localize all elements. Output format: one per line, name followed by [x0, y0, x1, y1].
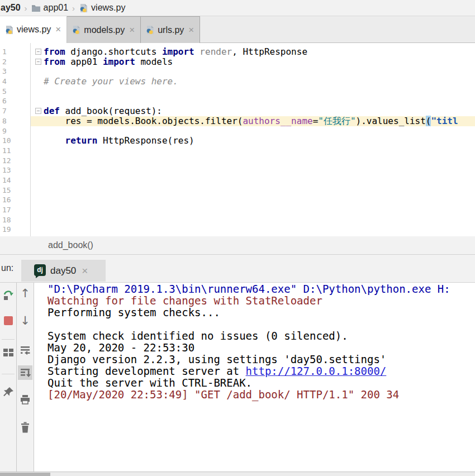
django-icon: dj	[34, 264, 46, 278]
console-line: Performing system checks...	[48, 307, 475, 318]
line-number: 14	[0, 175, 30, 185]
tab-models-py[interactable]: models.py ×	[67, 16, 141, 43]
code-line[interactable]	[31, 165, 475, 175]
code-line[interactable]	[31, 225, 475, 235]
console-line: [20/May/2020 22:53:49] "GET /add_book/ H…	[48, 389, 475, 401]
line-number: 10	[0, 136, 30, 146]
close-icon[interactable]: ×	[129, 25, 135, 36]
run-tab-label: day50	[50, 265, 76, 277]
tab-label: urls.py	[158, 25, 184, 35]
close-icon[interactable]: ×	[55, 24, 61, 35]
fold-marker-icon[interactable]: −	[35, 59, 41, 65]
line-number: 7	[0, 106, 30, 116]
code-line[interactable]: # Create your views here.	[31, 77, 475, 87]
code-line[interactable]	[31, 126, 475, 136]
gutter: 12345678910111213141516171819	[0, 43, 31, 236]
close-icon[interactable]: ×	[188, 25, 194, 36]
code-line[interactable]	[31, 215, 475, 225]
code-lines[interactable]: −from django.shortcuts import render, Ht…	[31, 43, 475, 236]
fold-marker-icon[interactable]: −	[35, 108, 41, 114]
chevron-right-icon: ›	[25, 3, 27, 13]
code-line[interactable]: −from django.shortcuts import render, Ht…	[31, 47, 475, 57]
python-file-icon	[72, 25, 81, 35]
code-line[interactable]: −def add_book(request):	[31, 106, 475, 116]
run-label: un:	[1, 263, 13, 273]
server-url-link[interactable]: http://127.0.0.1:8000/	[246, 365, 387, 377]
scrollbar-thumb[interactable]	[0, 473, 50, 476]
console-output[interactable]: "D:\PyCharm 2019.1.3\bin\runnerw64.exe" …	[34, 283, 475, 472]
breadcrumb-file[interactable]: views.py	[91, 3, 125, 13]
code-line[interactable]	[31, 146, 475, 156]
code-line[interactable]	[31, 185, 475, 196]
line-number: 2	[0, 57, 30, 67]
down-stack-icon[interactable]: ↓	[18, 313, 32, 328]
code-editor[interactable]: 12345678910111213141516171819 −from djan…	[0, 43, 475, 236]
code-line[interactable]	[31, 66, 475, 77]
breadcrumb-project[interactable]: ay50	[1, 3, 21, 13]
line-number: 18	[0, 215, 30, 225]
fold-marker-icon[interactable]: −	[35, 49, 41, 55]
context-navbar: add_book()	[0, 236, 475, 255]
console-toolbar: ↑ ↓	[17, 283, 34, 472]
breadcrumb: ay50 › app01 › views.py	[0, 0, 475, 16]
tab-label: views.py	[17, 25, 51, 35]
up-stack-icon[interactable]: ↑	[18, 286, 32, 301]
line-number: 9	[0, 126, 30, 136]
line-number: 5	[0, 87, 30, 97]
line-number: 13	[0, 165, 30, 175]
code-line[interactable]: res = models.Book.objects.filter(authors…	[31, 116, 475, 126]
console-line: Quit the server with CTRL-BREAK.	[48, 377, 475, 389]
scroll-end-icon[interactable]	[18, 365, 32, 380]
console-line: May 20, 2020 - 22:53:30	[48, 342, 475, 354]
console-line	[48, 318, 475, 330]
line-number: 1	[0, 47, 30, 57]
clear-all-icon[interactable]	[18, 420, 32, 435]
context-method[interactable]: add_book()	[48, 240, 93, 250]
console-line: Watching for file changes with StatReloa…	[48, 295, 475, 307]
breadcrumb-package[interactable]: app01	[44, 3, 69, 13]
stop-icon[interactable]	[1, 313, 16, 328]
line-number: 3	[0, 66, 30, 77]
line-number: 6	[0, 96, 30, 106]
pycharm-window: ay50 › app01 › views.py views.py × model…	[0, 0, 475, 476]
tab-urls-py[interactable]: urls.py ×	[141, 16, 200, 43]
code-line[interactable]	[31, 156, 475, 166]
run-tab-day50[interactable]: dj day50 ×	[21, 260, 106, 282]
console-line: Django version 2.2.3, using settings 'da…	[48, 354, 475, 365]
soft-wrap-icon[interactable]	[18, 343, 32, 358]
editor-tab-bar: views.py × models.py × urls.py ×	[0, 16, 475, 43]
line-number: 16	[0, 195, 30, 205]
code-line[interactable]	[31, 205, 475, 215]
python-file-icon	[145, 25, 155, 35]
line-number: 8	[0, 116, 30, 126]
pin-icon[interactable]	[1, 385, 16, 399]
code-line[interactable]	[31, 175, 475, 185]
python-file-icon	[79, 3, 88, 13]
tab-views-py[interactable]: views.py ×	[0, 16, 67, 43]
line-number: 4	[0, 77, 30, 87]
tab-label: models.py	[84, 25, 125, 35]
code-line[interactable]	[31, 96, 475, 106]
horizontal-scrollbar[interactable]	[0, 472, 475, 476]
python-file-icon	[4, 25, 14, 35]
line-number: 19	[0, 225, 30, 235]
line-number: 11	[0, 146, 30, 156]
folder-icon	[31, 4, 41, 12]
chevron-right-icon: ›	[72, 3, 75, 13]
run-toolwindow-header: un: dj day50 ×	[0, 255, 475, 282]
console-line: Starting development server at http://12…	[48, 365, 475, 377]
code-line[interactable]	[31, 87, 475, 97]
console-line: System check identified no issues (0 sil…	[48, 330, 475, 342]
code-line[interactable]	[31, 195, 475, 205]
line-number: 15	[0, 185, 30, 196]
restore-layout-icon[interactable]	[1, 345, 16, 360]
code-line[interactable]: return HttpResponse(res)	[31, 136, 475, 146]
line-number: 17	[0, 205, 30, 215]
print-icon[interactable]	[18, 392, 32, 407]
code-line[interactable]: −from app01 import models	[31, 57, 475, 67]
close-icon[interactable]: ×	[82, 265, 88, 277]
rerun-icon[interactable]	[1, 288, 16, 302]
line-number: 12	[0, 156, 30, 166]
run-console: ↑ ↓	[0, 282, 475, 472]
console-line: "D:\PyCharm 2019.1.3\bin\runnerw64.exe" …	[48, 283, 475, 295]
